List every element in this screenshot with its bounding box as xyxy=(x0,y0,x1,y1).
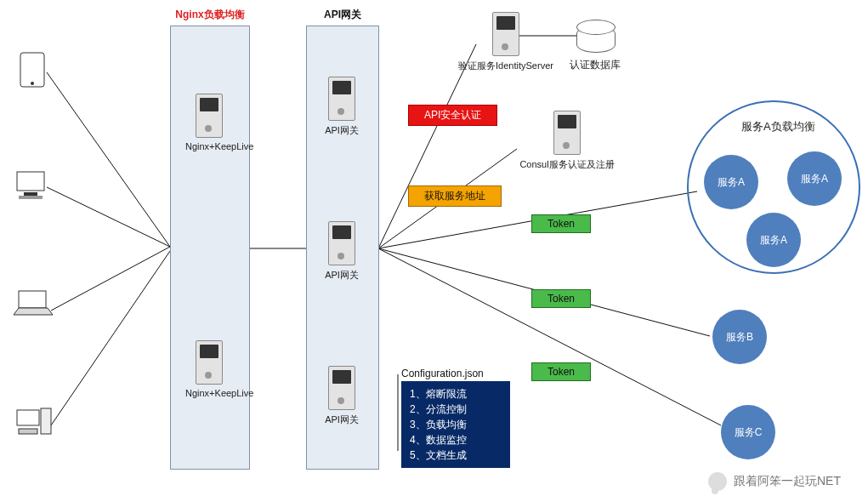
wechat-icon xyxy=(708,472,727,491)
server-api-3: API网关 xyxy=(318,366,366,426)
client-laptop-icon xyxy=(12,289,54,322)
config-box: Configuration.json 1、熔断限流 2、分流控制 3、负载均衡 … xyxy=(401,381,510,468)
server-consul: Consul服务认证及注册 xyxy=(503,111,631,171)
node-service-c: 服务C xyxy=(721,405,775,459)
config-title: Configuration.json xyxy=(401,366,484,381)
server-identity: 验证服务IdentityServer xyxy=(455,12,557,72)
client-tablet-icon xyxy=(17,51,49,94)
nginx-column: Nginx负载均衡 xyxy=(170,26,250,470)
svg-rect-15 xyxy=(24,192,37,196)
server-api-1: API网关 xyxy=(318,77,366,137)
tag-token-1: Token xyxy=(531,214,591,233)
node-service-b: 服务B xyxy=(712,310,767,364)
auth-database-label: 认证数据库 xyxy=(570,58,621,72)
tag-token-3: Token xyxy=(531,362,591,381)
svg-line-1 xyxy=(47,187,170,247)
server-api-2: API网关 xyxy=(318,221,366,282)
node-service-a: 服务A xyxy=(704,155,758,209)
config-line: 2、分流控制 xyxy=(410,402,502,417)
tag-token-2: Token xyxy=(531,289,591,308)
svg-line-6 xyxy=(378,44,476,248)
client-pc-icon xyxy=(15,407,54,443)
node-service-a: 服务A xyxy=(746,213,801,267)
svg-rect-21 xyxy=(19,429,37,434)
watermark-text: 跟着阿笨一起玩NET xyxy=(734,474,841,489)
svg-rect-17 xyxy=(19,291,46,308)
svg-line-0 xyxy=(47,72,170,247)
nginx-column-title: Nginx负载均衡 xyxy=(171,8,249,22)
config-line: 3、负载均衡 xyxy=(410,417,502,432)
api-column-title: API网关 xyxy=(307,8,378,22)
server-nginx-1: Nginx+KeepLive xyxy=(185,94,233,151)
node-service-a: 服务A xyxy=(787,151,842,206)
tag-service-addr: 获取服务地址 xyxy=(408,185,502,207)
service-a-group-title: 服务A负载均衡 xyxy=(741,119,815,134)
client-desktop-icon xyxy=(15,168,51,207)
svg-rect-19 xyxy=(17,410,39,425)
auth-database-icon xyxy=(576,26,616,53)
svg-line-2 xyxy=(51,247,170,311)
svg-marker-18 xyxy=(14,308,53,315)
watermark: 跟着阿笨一起玩NET xyxy=(708,472,841,491)
server-nginx-2: Nginx+KeepLive xyxy=(185,340,233,398)
config-line: 1、熔断限流 xyxy=(410,386,502,402)
svg-rect-14 xyxy=(17,172,44,191)
svg-line-3 xyxy=(51,251,170,425)
config-line: 4、数据监控 xyxy=(410,432,502,448)
svg-rect-20 xyxy=(41,408,51,434)
svg-rect-16 xyxy=(19,196,43,199)
config-line: 5、文档生成 xyxy=(410,448,502,463)
svg-point-13 xyxy=(31,82,34,85)
tag-api-security: API安全认证 xyxy=(408,105,497,126)
